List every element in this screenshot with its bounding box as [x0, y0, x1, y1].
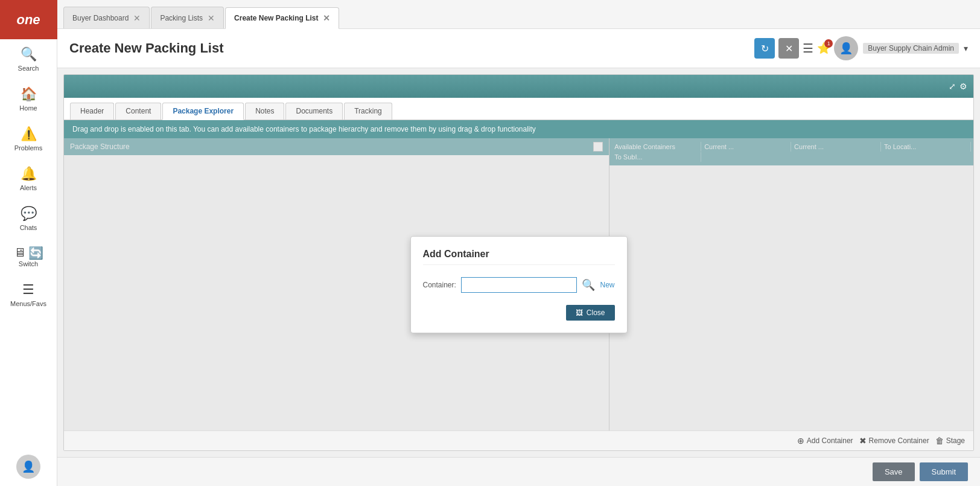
warning-icon: ⚠️	[21, 126, 37, 142]
sidebar-item-problems[interactable]: ⚠️ Problems	[0, 119, 57, 159]
container-input[interactable]	[461, 277, 578, 293]
user-section[interactable]: 👤 Buyer Supply Chain Admin ▾	[834, 36, 968, 60]
explorer-area: Package Structure Available Containers C…	[64, 138, 973, 430]
monitor-icon: 🖥	[14, 246, 26, 260]
add-container-modal: Add Container Container: 🔍 New 🖼 Close	[410, 236, 628, 333]
tab-close-buyer-dashboard[interactable]: ✕	[133, 13, 141, 23]
modal-overlay: Add Container Container: 🔍 New 🖼 Close	[64, 138, 973, 430]
tab-buyer-dashboard[interactable]: Buyer Dashboard ✕	[63, 7, 150, 28]
search-icon: 🔍	[21, 46, 37, 62]
inner-tabs: Header Content Package Explorer Notes Do…	[64, 98, 973, 120]
panel-header: ⤢ ⚙	[64, 75, 973, 98]
sidebar-bottom: 👤	[0, 447, 57, 486]
container-search-icon[interactable]: 🔍	[582, 278, 595, 292]
stage-icon: 🗑	[935, 436, 944, 446]
panel-settings-icon[interactable]: ⚙	[959, 82, 967, 91]
panel-resize-icon[interactable]: ⤢	[949, 82, 956, 91]
container-label: Container:	[423, 281, 456, 289]
menu-button[interactable]: ☰	[803, 41, 813, 56]
chat-icon: 💬	[21, 206, 37, 222]
notification-badge: 1	[824, 39, 833, 48]
sidebar-item-search[interactable]: 🔍 Search	[0, 39, 57, 79]
remove-container-icon: ✖	[859, 436, 867, 446]
modal-title: Add Container	[423, 249, 615, 265]
menu-icon: ☰	[22, 282, 34, 298]
modal-close-icon: 🖼	[576, 309, 583, 317]
main-content: Buyer Dashboard ✕ Packing Lists ✕ Create…	[57, 0, 980, 486]
bottom-bar: Save Submit	[57, 457, 980, 486]
dropdown-arrow-icon: ▾	[964, 43, 968, 53]
sidebar-item-alerts[interactable]: 🔔 Alerts	[0, 159, 57, 199]
tab-packing-lists[interactable]: Packing Lists ✕	[151, 7, 224, 28]
sidebar-item-menus[interactable]: ☰ Menus/Favs	[0, 275, 57, 315]
save-button[interactable]: Save	[873, 462, 915, 481]
header-actions: ↻ ✕ ☰ ⭐ 1 👤 Buyer Supply Chain Admin ▾	[754, 36, 968, 60]
footer-actions: ⊕ Add Container ✖ Remove Container 🗑 Sta…	[64, 430, 973, 450]
sidebar: one 🔍 Search 🏠 Home ⚠️ Problems 🔔 Alerts…	[0, 0, 57, 486]
tab-package-explorer[interactable]: Package Explorer	[162, 103, 244, 120]
tab-create-new-packing-list[interactable]: Create New Packing List ✕	[225, 7, 339, 29]
inner-panel: ⤢ ⚙ Header Content Package Explorer Note…	[63, 74, 974, 451]
content-area: ⤢ ⚙ Header Content Package Explorer Note…	[57, 68, 980, 486]
modal-close-button[interactable]: 🖼 Close	[566, 305, 615, 321]
sidebar-item-home[interactable]: 🏠 Home	[0, 79, 57, 119]
new-container-link[interactable]: New	[600, 281, 614, 289]
tab-notes[interactable]: Notes	[245, 103, 284, 120]
info-bar: Drag and drop is enabled on this tab. Yo…	[64, 120, 973, 138]
tab-bar: Buyer Dashboard ✕ Packing Lists ✕ Create…	[57, 0, 980, 29]
tab-content[interactable]: Content	[115, 103, 161, 120]
tab-tracking[interactable]: Tracking	[344, 103, 392, 120]
stage-button[interactable]: 🗑 Stage	[935, 436, 965, 446]
header-bar: Create New Packing List ↻ ✕ ☰ ⭐ 1 👤 Buye…	[57, 29, 980, 68]
remove-container-button[interactable]: ✖ Remove Container	[859, 436, 929, 446]
tab-documents[interactable]: Documents	[285, 103, 343, 120]
sidebar-avatar[interactable]: 👤	[16, 455, 40, 479]
switch-icon: 🔄	[28, 246, 43, 260]
page-title: Create New Packing List	[69, 40, 748, 56]
tab-close-packing-lists[interactable]: ✕	[208, 13, 215, 23]
modal-footer: 🖼 Close	[423, 305, 615, 321]
submit-button[interactable]: Submit	[920, 462, 968, 481]
home-icon: 🏠	[21, 86, 37, 102]
bell-icon: 🔔	[21, 166, 37, 182]
add-container-button[interactable]: ⊕ Add Container	[797, 436, 853, 446]
sidebar-item-switch[interactable]: 🖥 🔄 Switch	[0, 238, 57, 275]
add-container-icon: ⊕	[797, 436, 804, 446]
app-logo[interactable]: one	[0, 0, 57, 39]
tab-header[interactable]: Header	[70, 103, 114, 120]
tab-label: Packing Lists	[160, 14, 203, 22]
tab-close-create-packing[interactable]: ✕	[323, 13, 330, 23]
sidebar-item-chats[interactable]: 💬 Chats	[0, 199, 57, 238]
close-button[interactable]: ✕	[778, 38, 799, 59]
notification-button[interactable]: ⭐ 1	[817, 42, 830, 55]
tab-label: Create New Packing List	[234, 14, 318, 22]
tab-label: Buyer Dashboard	[72, 14, 129, 22]
user-name: Buyer Supply Chain Admin	[863, 43, 959, 54]
modal-container-field: Container: 🔍 New	[423, 277, 615, 293]
refresh-button[interactable]: ↻	[754, 38, 775, 59]
user-avatar: 👤	[834, 36, 858, 60]
